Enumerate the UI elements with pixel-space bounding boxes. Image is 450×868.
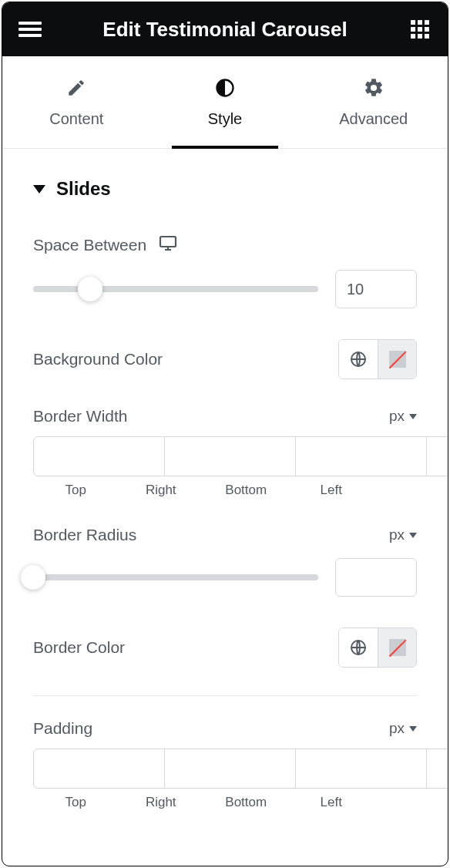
svg-rect-7 — [418, 27, 422, 32]
tab-advanced[interactable]: Advanced — [299, 56, 448, 148]
border-color-control — [338, 627, 417, 668]
padding-bottom[interactable] — [296, 749, 427, 789]
svg-rect-0 — [18, 22, 42, 25]
border-width-top[interactable] — [33, 436, 165, 476]
color-swatch-none[interactable] — [378, 628, 416, 667]
contrast-icon — [213, 76, 237, 99]
pencil-icon — [65, 76, 88, 99]
border-radius-slider[interactable] — [33, 574, 318, 580]
border-width-right[interactable] — [165, 436, 296, 476]
svg-rect-12 — [160, 237, 176, 247]
side-right-label: Right — [119, 483, 204, 498]
border-width-label: Border Width — [33, 407, 128, 426]
border-width-unit-text: px — [389, 408, 405, 425]
side-top-label: Top — [33, 795, 119, 810]
side-left-label: Left — [289, 795, 374, 810]
gear-icon — [362, 76, 385, 99]
side-bottom-label: Bottom — [203, 483, 289, 498]
tab-content-label: Content — [49, 110, 103, 128]
slider-thumb[interactable] — [21, 565, 45, 590]
svg-rect-2 — [18, 34, 42, 37]
padding-unit[interactable]: px — [389, 720, 417, 737]
globe-icon[interactable] — [339, 628, 378, 667]
padding-label: Padding — [33, 719, 92, 738]
desktop-icon[interactable] — [159, 234, 177, 256]
space-between-input[interactable] — [335, 270, 417, 308]
side-bottom-label: Bottom — [203, 795, 289, 810]
border-radius-unit-text: px — [389, 527, 405, 543]
tab-bar: Content Style Advanced — [2, 56, 448, 149]
svg-rect-8 — [425, 27, 429, 32]
svg-rect-4 — [418, 20, 422, 25]
svg-rect-9 — [411, 34, 415, 39]
border-color-label: Border Color — [33, 638, 125, 657]
border-width-bottom[interactable] — [296, 436, 427, 476]
padding-right[interactable] — [165, 749, 296, 789]
menu-icon[interactable] — [16, 15, 44, 43]
caret-down-icon — [33, 185, 45, 193]
background-color-control — [338, 339, 417, 379]
globe-icon[interactable] — [339, 340, 378, 378]
svg-rect-3 — [411, 20, 415, 25]
section-toggle-slides[interactable]: Slides — [33, 178, 417, 200]
padding-unit-text: px — [389, 720, 405, 737]
svg-rect-11 — [425, 34, 429, 39]
svg-rect-1 — [18, 28, 42, 31]
border-radius-unit[interactable]: px — [389, 527, 417, 543]
border-width-left[interactable] — [427, 436, 448, 476]
divider — [33, 695, 417, 696]
space-between-text: Space Between — [33, 236, 146, 254]
color-swatch-none[interactable] — [378, 340, 416, 378]
tab-content[interactable]: Content — [2, 56, 151, 148]
slider-thumb[interactable] — [78, 277, 102, 301]
border-radius-label: Border Radius — [33, 526, 136, 544]
tab-style[interactable]: Style — [151, 56, 300, 148]
svg-rect-5 — [425, 20, 429, 25]
chevron-down-icon — [409, 726, 417, 732]
border-radius-input[interactable] — [335, 558, 417, 597]
svg-rect-10 — [418, 34, 422, 39]
border-width-unit[interactable]: px — [389, 408, 417, 425]
padding-left[interactable] — [427, 749, 448, 789]
tab-style-label: Style — [208, 110, 242, 128]
panel-header: Edit Testimonial Carousel — [2, 2, 448, 56]
space-between-slider[interactable] — [33, 286, 318, 292]
svg-rect-6 — [411, 27, 415, 32]
side-top-label: Top — [33, 483, 119, 498]
chevron-down-icon — [409, 414, 417, 419]
tab-advanced-label: Advanced — [339, 110, 408, 128]
apps-icon[interactable] — [406, 15, 434, 43]
side-right-label: Right — [119, 795, 204, 810]
side-left-label: Left — [289, 483, 374, 498]
background-color-label: Background Color — [33, 350, 163, 368]
panel-title: Edit Testimonial Carousel — [44, 18, 406, 42]
section-title: Slides — [56, 178, 111, 200]
padding-top[interactable] — [33, 749, 165, 789]
space-between-label: Space Between — [33, 234, 177, 256]
chevron-down-icon — [409, 533, 417, 538]
